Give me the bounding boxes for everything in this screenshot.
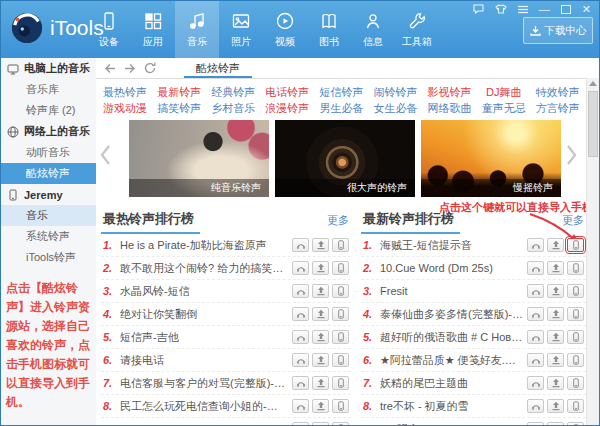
- import-to-phone-button[interactable]: [567, 330, 584, 344]
- category-link[interactable]: 经典铃声: [206, 84, 260, 100]
- more-link[interactable]: 更多: [562, 213, 584, 228]
- download-center-button[interactable]: 下载中心: [523, 17, 593, 44]
- listen-button[interactable]: [292, 353, 309, 367]
- category-link[interactable]: 女生必备: [368, 100, 422, 116]
- download-ringtone-button[interactable]: [312, 353, 329, 367]
- category-link[interactable]: 搞笑铃声: [152, 100, 206, 116]
- import-to-phone-button[interactable]: [567, 261, 584, 275]
- listen-button[interactable]: [292, 307, 309, 321]
- nav-tab-toolbox[interactable]: 工具箱: [395, 1, 439, 58]
- download-ringtone-button[interactable]: [312, 422, 329, 426]
- category-link[interactable]: 网络歌曲: [423, 100, 477, 116]
- tab-cool-ringtones[interactable]: 酷炫铃声: [180, 58, 256, 78]
- download-ringtone-button[interactable]: [312, 238, 329, 252]
- listen-button[interactable]: [292, 330, 309, 344]
- category-link[interactable]: 影视铃声: [423, 84, 477, 100]
- nav-tab-books[interactable]: 图书: [307, 1, 351, 58]
- close-button[interactable]: ✕: [582, 4, 591, 14]
- listen-button[interactable]: [527, 307, 544, 321]
- banner-slow-rock[interactable]: 慢摇铃声: [421, 120, 561, 197]
- listen-button[interactable]: [527, 353, 544, 367]
- category-link[interactable]: 方言铃声: [531, 100, 585, 116]
- sidebar-item[interactable]: 音乐库: [1, 79, 96, 100]
- download-ringtone-button[interactable]: [312, 376, 329, 390]
- download-ringtone-button[interactable]: [547, 399, 564, 413]
- listen-button[interactable]: [527, 422, 544, 426]
- listen-button[interactable]: [527, 261, 544, 275]
- download-ringtone-button[interactable]: [547, 376, 564, 390]
- category-link[interactable]: 短信铃声: [314, 84, 368, 100]
- import-to-phone-button[interactable]: [332, 261, 349, 275]
- sidebar-item[interactable]: iTools铃声: [1, 247, 96, 268]
- listen-button[interactable]: [527, 238, 544, 252]
- nav-tab-apps[interactable]: 应用: [131, 1, 175, 58]
- menu-icon[interactable]: [518, 5, 528, 14]
- listen-button[interactable]: [527, 376, 544, 390]
- import-to-phone-button[interactable]: [567, 307, 584, 321]
- download-ringtone-button[interactable]: [547, 422, 564, 426]
- nav-tab-photos[interactable]: 照片: [219, 1, 263, 58]
- banner-loud-ringtones[interactable]: 很大声的铃声: [275, 120, 415, 197]
- download-ringtone-button[interactable]: [547, 330, 564, 344]
- download-ringtone-button[interactable]: [547, 307, 564, 321]
- sidebar-item[interactable]: 系统铃声: [1, 226, 96, 247]
- scroll-up-arrow[interactable]: [589, 81, 597, 86]
- download-ringtone-button[interactable]: [547, 238, 564, 252]
- sidebar-item[interactable]: 铃声库 (2): [1, 100, 96, 121]
- nav-tab-info[interactable]: 信息: [351, 1, 395, 58]
- download-ringtone-button[interactable]: [312, 399, 329, 413]
- category-link[interactable]: 乡村音乐: [206, 100, 260, 116]
- sidebar-item[interactable]: 酷炫铃声: [1, 163, 96, 184]
- carousel-prev-button[interactable]: [100, 144, 111, 170]
- import-to-phone-button[interactable]: [567, 422, 584, 426]
- refresh-button[interactable]: [144, 62, 156, 74]
- import-to-phone-button[interactable]: [567, 238, 584, 252]
- category-link[interactable]: DJ舞曲: [477, 84, 531, 100]
- import-to-phone-button[interactable]: [332, 376, 349, 390]
- nav-tab-device[interactable]: 设备: [87, 1, 131, 58]
- sidebar-item[interactable]: 动听音乐: [1, 142, 96, 163]
- import-to-phone-button[interactable]: [332, 307, 349, 321]
- download-ringtone-button[interactable]: [312, 284, 329, 298]
- listen-button[interactable]: [292, 422, 309, 426]
- category-link[interactable]: 特效铃声: [531, 84, 585, 100]
- nav-tab-music[interactable]: 音乐: [175, 1, 219, 58]
- listen-button[interactable]: [292, 284, 309, 298]
- back-button[interactable]: [104, 63, 116, 74]
- more-link[interactable]: 更多: [327, 213, 349, 228]
- category-link[interactable]: 最热铃声: [98, 84, 152, 100]
- import-to-phone-button[interactable]: [332, 284, 349, 298]
- feedback-chat-icon[interactable]: [473, 4, 484, 14]
- import-to-phone-button[interactable]: [567, 399, 584, 413]
- import-to-phone-button[interactable]: [332, 330, 349, 344]
- category-link[interactable]: 浪漫铃声: [260, 100, 314, 116]
- carousel-next-button[interactable]: [566, 144, 577, 170]
- download-ringtone-button[interactable]: [547, 353, 564, 367]
- listen-button[interactable]: [292, 376, 309, 390]
- category-link[interactable]: 男生必备: [314, 100, 368, 116]
- download-ringtone-button[interactable]: [312, 261, 329, 275]
- maximize-button[interactable]: [561, 5, 571, 14]
- skin-shirt-icon[interactable]: [495, 4, 507, 14]
- listen-button[interactable]: [527, 284, 544, 298]
- sidebar-item[interactable]: 音乐: [1, 205, 96, 226]
- import-to-phone-button[interactable]: [332, 399, 349, 413]
- banner-pure-music[interactable]: 纯音乐铃声: [129, 120, 269, 197]
- category-link[interactable]: 游戏动漫: [98, 100, 152, 116]
- category-link[interactable]: 闹铃铃声: [368, 84, 422, 100]
- download-ringtone-button[interactable]: [312, 330, 329, 344]
- listen-button[interactable]: [292, 238, 309, 252]
- download-ringtone-button[interactable]: [312, 307, 329, 321]
- import-to-phone-button[interactable]: [332, 238, 349, 252]
- listen-button[interactable]: [527, 399, 544, 413]
- listen-button[interactable]: [527, 330, 544, 344]
- download-ringtone-button[interactable]: [547, 261, 564, 275]
- vertical-scrollbar[interactable]: [586, 78, 599, 425]
- scrollbar-thumb[interactable]: [588, 91, 598, 157]
- import-to-phone-button[interactable]: [567, 284, 584, 298]
- download-ringtone-button[interactable]: [547, 284, 564, 298]
- listen-button[interactable]: [292, 261, 309, 275]
- forward-button[interactable]: [124, 63, 136, 74]
- import-to-phone-button[interactable]: [332, 353, 349, 367]
- import-to-phone-button[interactable]: [332, 422, 349, 426]
